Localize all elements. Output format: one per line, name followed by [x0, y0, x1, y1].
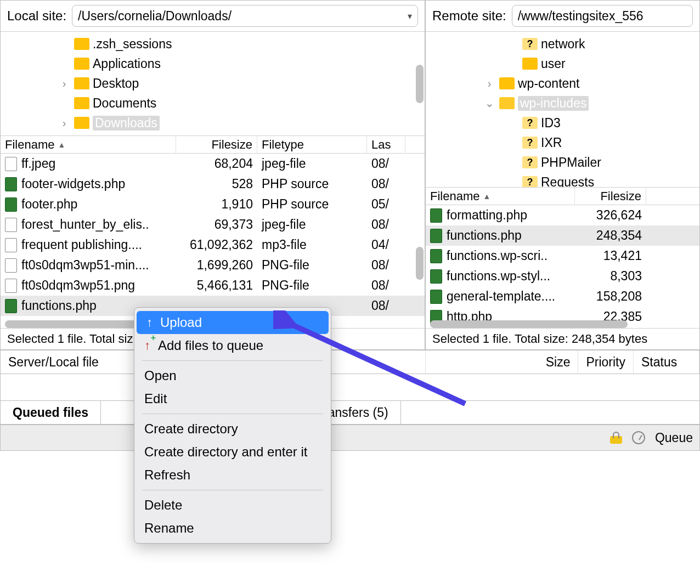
tree-item[interactable]: Applications [1, 54, 425, 74]
tree-label: Requests [541, 175, 594, 188]
tree-item[interactable]: ?Requests [426, 172, 699, 188]
file-modified: 08/ [367, 298, 405, 313]
expander-icon[interactable]: › [483, 77, 496, 90]
tree-item[interactable]: .zsh_sessions [1, 34, 425, 54]
remote-tree[interactable]: ?networkuser›wp-content⌄wp-includes?ID3?… [426, 32, 699, 188]
col-status[interactable]: Status [634, 350, 699, 374]
folder-icon [74, 117, 89, 129]
menu-upload-label: Upload [160, 315, 202, 330]
tree-label: ID3 [541, 116, 561, 131]
remote-path-combo[interactable]: /www/testingsitex_556 [512, 5, 693, 27]
tree-label: user [541, 56, 566, 71]
tree-item[interactable]: ⌄wp-includes [426, 93, 699, 113]
col-filesize[interactable]: Filesize [575, 188, 646, 205]
folder-question-icon: ? [522, 117, 538, 129]
col-size[interactable]: Size [426, 350, 578, 374]
file-row[interactable]: ft0s0dqm3wp51.png5,466,131PNG-file08/ [1, 275, 425, 296]
local-tree[interactable]: .zsh_sessionsApplications›DesktopDocumen… [1, 32, 425, 136]
tree-item[interactable]: ›Downloads [1, 113, 425, 133]
file-modified: 08/ [367, 217, 405, 232]
menu-refresh[interactable]: Refresh [134, 463, 331, 487]
tab-queued-files[interactable]: Queued files [1, 401, 101, 424]
queue-label: Queue [655, 431, 693, 445]
menu-create-directory-enter[interactable]: Create directory and enter it [134, 440, 331, 463]
col-modified[interactable]: Las [367, 136, 405, 153]
file-name: footer.php [21, 197, 77, 212]
file-name-cell: footer-widgets.php [1, 177, 176, 191]
tree-item[interactable]: ?network [426, 34, 699, 54]
tree-label: PHPMailer [541, 155, 601, 170]
tree-label: Applications [93, 56, 161, 71]
expander-icon[interactable]: › [58, 77, 71, 90]
menu-open[interactable]: Open [134, 364, 331, 387]
lock-icon[interactable] [610, 432, 622, 444]
tree-label: Documents [93, 96, 156, 111]
upload-icon: ↑ [146, 315, 153, 330]
tree-label: .zsh_sessions [93, 37, 172, 52]
file-icon [5, 279, 17, 293]
file-type: jpeg-file [257, 156, 367, 171]
file-size: 1,910 [176, 197, 257, 212]
remote-site-label: Remote site: [432, 8, 506, 24]
tree-label: IXR [541, 135, 562, 150]
col-priority[interactable]: Priority [578, 350, 634, 374]
folder-icon [74, 77, 89, 89]
tree-item[interactable]: ?ID3 [426, 113, 699, 133]
tree-item[interactable]: Documents [1, 93, 425, 113]
file-row[interactable]: ff.jpeg68,204jpeg-file08/ [1, 154, 425, 174]
tree-item[interactable]: ?PHPMailer [426, 152, 699, 172]
col-filesize[interactable]: Filesize [176, 136, 257, 153]
file-row[interactable]: functions.wp-styl...8,303 [426, 266, 699, 286]
file-row[interactable]: footer.php1,910PHP source05/ [1, 194, 425, 214]
local-path-combo[interactable]: /Users/cornelia/Downloads/ ▾ [72, 5, 418, 27]
local-file-list[interactable]: ff.jpeg68,204jpeg-file08/footer-widgets.… [1, 154, 425, 328]
col-filename[interactable]: Filename▲ [1, 136, 176, 153]
file-name: functions.wp-styl... [447, 269, 550, 284]
file-name-cell: ft0s0dqm3wp51.png [1, 278, 176, 293]
expander-icon[interactable]: › [58, 117, 71, 129]
file-row[interactable]: formatting.php326,624 [426, 205, 699, 225]
scrollbar[interactable] [416, 32, 424, 135]
h-scrollbar[interactable] [430, 320, 695, 328]
sort-asc-icon: ▲ [58, 140, 65, 149]
remote-file-list[interactable]: formatting.php326,624functions.php248,35… [426, 205, 699, 328]
menu-upload[interactable]: ↑ Upload [137, 311, 329, 334]
file-type: jpeg-file [257, 217, 367, 232]
file-size: 61,092,362 [176, 238, 257, 252]
folder-question-icon: ? [522, 176, 538, 188]
folder-icon [522, 58, 538, 70]
file-row[interactable]: general-template....158,208 [426, 286, 699, 307]
file-row[interactable]: functions.wp-scri..13,421 [426, 246, 699, 266]
remote-status: Selected 1 file. Total size: 248,354 byt… [426, 328, 699, 349]
file-name-cell: ft0s0dqm3wp51-min.... [1, 258, 176, 273]
file-name: functions.php [21, 298, 97, 313]
local-file-header: Filename▲ Filesize Filetype Las [1, 136, 425, 154]
tree-item[interactable]: ›Desktop [1, 74, 425, 93]
menu-rename[interactable]: Rename [134, 517, 331, 540]
menu-create-directory[interactable]: Create directory [134, 417, 331, 440]
menu-delete[interactable]: Delete [134, 494, 331, 517]
tree-item[interactable]: user [426, 54, 699, 74]
file-type: PNG-file [257, 258, 367, 273]
tree-item[interactable]: ?IXR [426, 133, 699, 152]
file-name: formatting.php [447, 208, 527, 223]
col-filename[interactable]: Filename▲ [426, 188, 575, 205]
file-row[interactable]: forest_hunter_by_elis..69,373jpeg-file08… [1, 214, 425, 235]
file-size: 248,354 [575, 228, 646, 243]
scrollbar[interactable] [416, 154, 424, 328]
file-size: 68,204 [176, 156, 257, 171]
menu-edit[interactable]: Edit [134, 387, 331, 410]
file-row[interactable]: footer-widgets.php528PHP source08/ [1, 174, 425, 194]
col-filetype[interactable]: Filetype [257, 136, 367, 153]
gauge-icon[interactable] [632, 431, 645, 444]
file-row[interactable]: ft0s0dqm3wp51-min....1,699,260PNG-file08… [1, 255, 425, 275]
php-file-icon [430, 208, 442, 223]
file-size: 528 [176, 177, 257, 191]
folder-icon [499, 77, 515, 89]
expander-icon[interactable]: ⌄ [483, 97, 496, 110]
menu-add-to-queue[interactable]: ↑ Add files to queue [134, 334, 331, 357]
file-row[interactable]: functions.php248,354 [426, 225, 699, 246]
file-row[interactable]: frequent publishing....61,092,362mp3-fil… [1, 235, 425, 255]
tree-item[interactable]: ›wp-content [426, 74, 699, 93]
file-size: 1,699,260 [176, 258, 257, 273]
